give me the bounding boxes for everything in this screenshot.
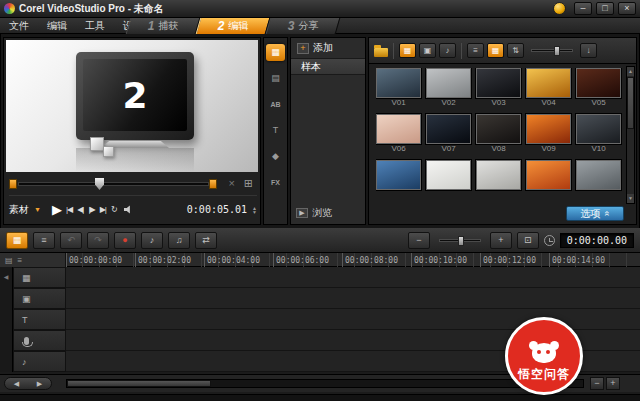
gallery-scrollbar[interactable]: ▲ ▼ <box>626 66 635 204</box>
overlay-track-header[interactable]: ▣ <box>13 288 66 309</box>
slider-knob[interactable] <box>554 46 560 56</box>
sound-mixer-button[interactable]: ♪ <box>141 232 163 249</box>
list-view-button[interactable]: ≡ <box>467 43 484 58</box>
trim-start-handle[interactable] <box>9 179 17 189</box>
thumbnail-image[interactable] <box>376 114 421 144</box>
scroll-right-button[interactable]: ▶ <box>37 380 42 388</box>
track-list-icon[interactable]: ≡ <box>18 256 23 265</box>
thumbnail-size-slider[interactable] <box>531 49 573 52</box>
track-manager-icon[interactable]: ▤ <box>5 256 13 265</box>
add-category-button[interactable]: + 添加 <box>291 38 365 58</box>
grid-view-button[interactable]: ▦ <box>487 43 504 58</box>
expand-tracks-button[interactable]: + <box>606 377 620 390</box>
cut-clip-button[interactable]: × <box>229 177 235 189</box>
gallery-thumbnail[interactable]: V08 <box>476 114 521 154</box>
options-button[interactable]: 选项 « <box>566 206 624 221</box>
browse-button[interactable]: ▶ 浏览 <box>296 206 332 220</box>
voice-track-header[interactable] <box>13 330 66 351</box>
media-library-button[interactable]: ▦ <box>266 44 285 61</box>
title-track-header[interactable]: T <box>13 309 66 330</box>
menu-edit[interactable]: 编辑 <box>38 18 76 34</box>
title-button[interactable]: T <box>266 122 285 139</box>
transition-button[interactable]: AB <box>266 96 285 113</box>
stepper-down-icon[interactable]: ▼ <box>252 210 257 214</box>
gallery-thumbnail[interactable] <box>476 160 521 200</box>
scroll-up-icon[interactable]: ▲ <box>627 67 634 76</box>
ripple-edit-button[interactable]: ⇄ <box>195 232 217 249</box>
record-capture-button[interactable]: ● <box>114 232 136 249</box>
thumbnail-image[interactable] <box>476 160 521 190</box>
music-track-header[interactable]: ♪ <box>13 351 66 372</box>
shrink-tracks-button[interactable]: − <box>590 377 604 390</box>
end-button[interactable]: ▶| <box>100 205 106 214</box>
scroll-down-icon[interactable]: ▼ <box>627 194 634 203</box>
gallery-thumbnail[interactable] <box>426 160 471 200</box>
gallery-thumbnail[interactable] <box>376 160 421 200</box>
category-sample-item[interactable]: 样本 <box>291 58 365 75</box>
undo-button[interactable]: ↶ <box>60 232 82 249</box>
filter-button[interactable]: FX <box>266 174 285 191</box>
menu-file[interactable]: 文件 <box>0 18 38 34</box>
prev-frame-button[interactable]: ◀| <box>77 205 83 214</box>
timeline-hscrollbar[interactable] <box>66 379 584 388</box>
gallery-thumbnail[interactable]: V05 <box>576 68 621 108</box>
project-duration-icon[interactable] <box>544 235 555 246</box>
play-button[interactable]: ▶ <box>52 202 61 217</box>
corel-guide-icon[interactable] <box>553 2 566 15</box>
gallery-thumbnail[interactable]: V10 <box>576 114 621 154</box>
thumbnail-image[interactable] <box>376 68 421 98</box>
hscrollbar-thumb[interactable] <box>67 380 211 387</box>
thumbnail-image[interactable] <box>526 68 571 98</box>
gallery-thumbnail[interactable]: V04 <box>526 68 571 108</box>
zoom-in-button[interactable]: + <box>490 232 512 249</box>
instant-project-button[interactable]: ▤ <box>266 70 285 87</box>
thumbnail-image[interactable] <box>376 160 421 190</box>
gallery-thumbnail[interactable]: V03 <box>476 68 521 108</box>
repeat-button[interactable]: ↻ <box>111 205 117 214</box>
show-photos-button[interactable]: ▣ <box>419 43 436 58</box>
fit-project-button[interactable]: ⊡ <box>517 232 539 249</box>
track-collapse-button[interactable]: ◀ <box>0 267 13 288</box>
scrollbar-thumb[interactable] <box>627 77 634 129</box>
video-track-header[interactable]: ▦ <box>13 267 66 288</box>
import-media-button[interactable]: ↓ <box>580 43 597 58</box>
volume-icon[interactable] <box>124 205 133 214</box>
close-button[interactable]: × <box>618 2 636 15</box>
gallery-thumbnail[interactable] <box>576 160 621 200</box>
gallery-thumbnail[interactable]: V01 <box>376 68 421 108</box>
show-audio-button[interactable]: ♪ <box>439 43 456 58</box>
thumbnail-image[interactable] <box>426 68 471 98</box>
thumbnail-image[interactable] <box>476 68 521 98</box>
zoom-out-button[interactable]: − <box>408 232 430 249</box>
tab-edit[interactable]: 2 编辑 <box>196 18 271 34</box>
tab-share[interactable]: 3 分享 <box>266 18 341 34</box>
maximize-button[interactable]: □ <box>596 2 614 15</box>
overlay-track-lane[interactable] <box>66 288 640 309</box>
thumbnail-image[interactable] <box>426 114 471 144</box>
scroll-left-button[interactable]: ◀ <box>14 380 19 388</box>
sort-button[interactable]: ⇅ <box>507 43 524 58</box>
auto-music-button[interactable]: ♫ <box>168 232 190 249</box>
gallery-thumbnail[interactable]: V02 <box>426 68 471 108</box>
thumbnail-image[interactable] <box>426 160 471 190</box>
playhead[interactable] <box>95 178 104 190</box>
thumbnail-image[interactable] <box>576 68 621 98</box>
next-frame-button[interactable]: |▶ <box>88 205 94 214</box>
tab-capture[interactable]: 1 捕获 <box>126 18 201 34</box>
thumbnail-image[interactable] <box>476 114 521 144</box>
clip-mode-dropdown-icon[interactable]: ▼ <box>34 206 41 213</box>
timeline-ruler-ticks[interactable]: 00:00:00:0000:00:02:0000:00:04:0000:00:0… <box>66 253 640 267</box>
thumbnail-image[interactable] <box>526 114 571 144</box>
redo-button[interactable]: ↷ <box>87 232 109 249</box>
trim-end-handle[interactable] <box>209 179 217 189</box>
scrub-track[interactable] <box>18 182 209 186</box>
enlarge-preview-button[interactable]: ⊞ <box>244 177 253 190</box>
storyboard-view-button[interactable]: ▦ <box>6 232 28 249</box>
show-videos-button[interactable]: ▦ <box>399 43 416 58</box>
zoom-slider-knob[interactable] <box>458 236 464 246</box>
gallery-thumbnail[interactable]: V09 <box>526 114 571 154</box>
import-folder-icon[interactable] <box>374 48 388 57</box>
gallery-thumbnail[interactable] <box>526 160 571 200</box>
timeline-zoom-slider[interactable] <box>439 239 481 242</box>
timecode-stepper[interactable]: ▲ ▼ <box>252 206 257 214</box>
